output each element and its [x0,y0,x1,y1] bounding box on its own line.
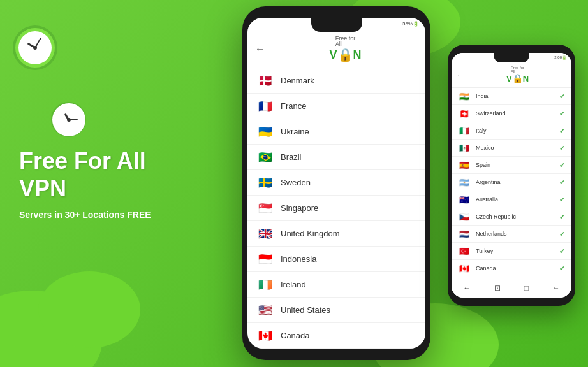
flag-canada: 🇨🇦 [256,329,274,342]
list-item[interactable]: 🇺🇸 United States [247,298,425,323]
list-item[interactable]: 🇫🇷 France [247,94,425,119]
list-item[interactable]: 🇹🇷 Turkey ✔ [452,243,571,260]
list-item[interactable]: 🇧🇷 Brazil [247,145,425,170]
country-name: Ireland [281,280,306,289]
promo-text-section: Free For All VPN Servers in 30+ Location… [19,147,151,220]
country-name: India [476,93,489,99]
list-item[interactable]: 🇺🇦 Ukraine [247,119,425,145]
check-icon: ✔ [559,264,565,273]
flag-netherlands: 🇳🇱 [458,229,471,238]
list-item[interactable]: 🇸🇬 Singapore [247,196,425,221]
country-name: Denmark [281,76,314,85]
country-name: Switzerland [476,110,506,117]
country-name: Ukraine [281,127,309,136]
flag-uk: 🇬🇧 [256,227,274,240]
check-icon: ✔ [559,144,565,152]
country-name: Indonesia [281,254,316,264]
list-item[interactable]: 🇮🇪 Ireland [247,272,425,298]
flag-czech: 🇨🇿 [458,212,471,221]
country-name: Australia [476,196,498,203]
phone-mockup-large: 35% 🔋 ← Free forAll V🔒N 🇩🇰 Denmark 🇫🇷 Fr… [242,6,430,360]
list-item[interactable]: 🇮🇹 Italy ✔ [452,122,571,140]
list-item[interactable]: 🇲🇽 Mexico ✔ [452,140,571,157]
country-name: Canada [281,331,310,340]
country-name: Argentina [476,179,501,185]
check-icon: ✔ [559,127,565,135]
list-item[interactable]: 🇩🇰 Denmark [247,68,425,94]
promo-subtitle: Servers in 30+ Locations FREE [19,210,151,220]
country-list-small[interactable]: 🇮🇳 India ✔ 🇨🇭 Switzerland ✔ 🇮🇹 Italy ✔ 🇲… [452,88,571,286]
flag-us: 🇺🇸 [256,304,274,316]
country-name: Mexico [476,145,494,151]
flag-ukraine: 🇺🇦 [256,126,274,138]
flag-india: 🇮🇳 [458,92,471,101]
country-name: Sweden [281,178,311,187]
app-logo-large: Free forAll V🔒N [273,36,418,62]
list-item[interactable]: 🇮🇩 Indonesia [247,247,425,272]
list-item[interactable]: 🇳🇱 Netherlands ✔ [452,226,571,243]
nav-recent-icon[interactable]: ← [552,284,560,292]
clock-icon-2 [51,102,86,137]
flag-italy: 🇮🇹 [458,126,471,135]
list-item[interactable]: 🇪🇸 Spain ✔ [452,157,571,174]
country-name: Singapore [281,203,318,213]
list-item[interactable]: 🇨🇿 Czech Republic ✔ [452,208,571,226]
phone-screen-small: 2:00 🔋 ← Free forAll V🔒N 🇮🇳 India ✔ 🇨🇭 S… [452,53,571,298]
phone-mockup-small: 2:00 🔋 ← Free forAll V🔒N 🇮🇳 India ✔ 🇨🇭 S… [448,45,575,306]
flag-spain: 🇪🇸 [458,161,471,169]
list-item[interactable]: 🇸🇪 Sweden [247,170,425,196]
country-name: France [281,101,306,111]
nav-back-icon[interactable]: ← [463,284,471,292]
country-name: Italy [476,127,487,134]
check-icon: ✔ [559,161,565,169]
back-button-small[interactable]: ← [457,71,464,78]
status-bar-small: 2:00 🔋 [452,53,571,62]
check-icon: ✔ [559,196,565,204]
country-name: Netherlands [476,231,507,237]
check-icon: ✔ [559,247,565,255]
flag-turkey: 🇹🇷 [458,247,471,255]
phone-screen-large: 35% 🔋 ← Free forAll V🔒N 🇩🇰 Denmark 🇫🇷 Fr… [247,18,425,349]
list-item[interactable]: 🇨🇦 Canada [247,323,425,349]
country-list-large[interactable]: 🇩🇰 Denmark 🇫🇷 France 🇺🇦 Ukraine 🇧🇷 Brazi… [247,68,425,349]
flag-switzerland: 🇨🇭 [458,109,471,118]
bottom-nav-small: ← ⊡ □ ← [452,280,571,298]
list-item[interactable]: 🇨🇭 Switzerland ✔ [452,105,571,122]
flag-australia: 🇦🇺 [458,195,471,204]
status-bar-large: 35% 🔋 [247,18,425,29]
list-item[interactable]: 🇦🇷 Argentina ✔ [452,174,571,191]
country-name: Spain [476,162,490,168]
flag-france: 🇫🇷 [256,100,274,112]
flag-denmark: 🇩🇰 [256,75,274,87]
app-title: Free For All VPN [19,147,151,202]
country-name: Brazil [281,152,302,162]
flag-argentina: 🇦🇷 [458,178,471,187]
flag-ireland: 🇮🇪 [256,278,274,291]
back-button-large[interactable]: ← [255,43,265,55]
list-item[interactable]: 🇦🇺 Australia ✔ [452,191,571,208]
check-icon: ✔ [559,230,565,238]
check-icon: ✔ [559,110,565,118]
list-item[interactable]: 🇨🇦 Canada ✔ [452,260,571,277]
check-icon: ✔ [559,92,565,101]
flag-singapore: 🇸🇬 [256,202,274,214]
flag-sweden: 🇸🇪 [256,176,274,189]
flag-indonesia: 🇮🇩 [256,253,274,265]
flag-mexico: 🇲🇽 [458,143,471,152]
check-icon: ✔ [559,213,565,221]
flag-canada-sm: 🇨🇦 [458,264,471,273]
list-item[interactable]: 🇬🇧 United Kingdom [247,221,425,247]
app-logo-small: Free forAll V🔒N [469,66,566,83]
nav-home-icon[interactable]: □ [524,284,529,292]
vpn-lock-icon-sm: 🔒 [512,73,523,83]
nav-menu-icon[interactable]: ⊡ [494,284,501,292]
flag-brazil: 🇧🇷 [256,151,274,163]
list-item[interactable]: 🇮🇳 India ✔ [452,88,571,105]
country-name: Turkey [476,248,493,254]
country-name: United Kingdom [281,229,340,238]
clock-icon-1 [13,25,57,70]
country-name: Canada [476,265,496,271]
cloud-bottom-left-2 [38,271,140,348]
check-icon: ✔ [559,178,565,187]
country-name: United States [281,305,330,315]
